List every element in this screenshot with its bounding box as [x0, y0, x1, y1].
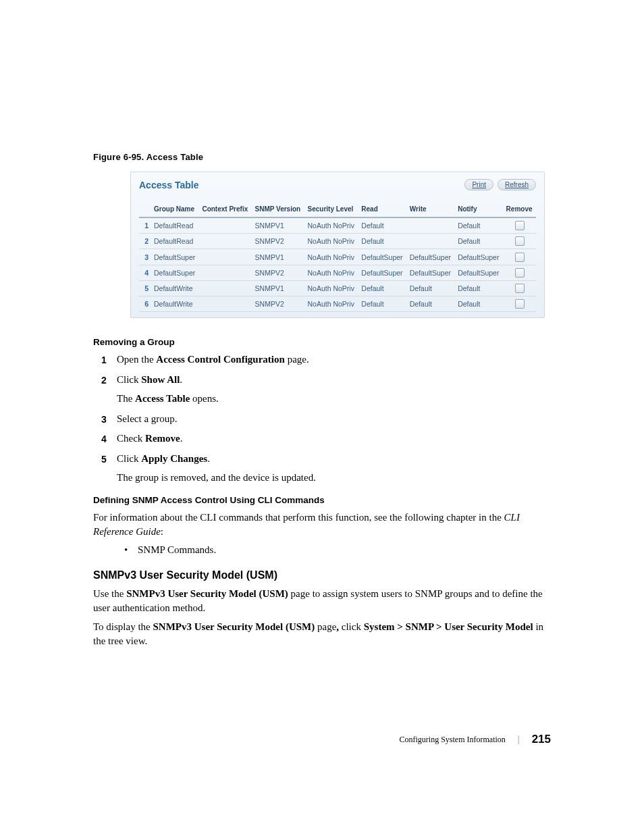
- cell-group: DefaultRead: [151, 217, 199, 234]
- cell-version: SNMPV2: [252, 234, 305, 249]
- row-number: 4: [139, 265, 151, 280]
- col-read: Read: [358, 203, 406, 217]
- cell-group: DefaultSuper: [151, 249, 199, 265]
- cli-heading: Defining SNMP Access Control Using CLI C…: [93, 495, 551, 505]
- footer-chapter: Configuring System Information: [399, 735, 505, 745]
- print-button[interactable]: Print: [464, 179, 493, 190]
- cell-notify: Default: [455, 296, 503, 312]
- cell-notify: Default: [455, 234, 503, 249]
- cell-context: [199, 249, 252, 265]
- cell-version: SNMPV1: [252, 280, 305, 296]
- removing-group-heading: Removing a Group: [93, 337, 551, 347]
- usm-heading: SNMPv3 User Security Model (USM): [93, 569, 551, 581]
- cli-paragraph: For information about the CLI commands t…: [93, 511, 551, 540]
- step-5-sub: The group is removed, and the device is …: [117, 471, 551, 486]
- col-notify: Notify: [455, 203, 503, 217]
- cell-group: DefaultSuper: [151, 265, 199, 280]
- remove-checkbox[interactable]: [515, 268, 525, 278]
- step-5: Click Apply Changes. The group is remove…: [93, 452, 551, 486]
- row-number: 6: [139, 296, 151, 312]
- row-number: 1: [139, 217, 151, 234]
- remove-checkbox[interactable]: [515, 253, 525, 262]
- usm-paragraph-1: Use the SNMPv3 User Security Model (USM)…: [93, 587, 551, 616]
- cell-read: Default: [358, 217, 406, 234]
- col-group-name: Group Name: [151, 203, 199, 217]
- table-row: 2DefaultReadSNMPV2NoAuth NoPrivDefaultDe…: [139, 234, 536, 249]
- step-2-sub: The Access Table opens.: [117, 392, 551, 407]
- col-snmp-version: SNMP Version: [252, 203, 305, 217]
- cell-read: Default: [358, 234, 406, 249]
- cell-version: SNMPV2: [252, 265, 305, 280]
- cell-group: DefaultWrite: [151, 296, 199, 312]
- row-number: 3: [139, 249, 151, 265]
- cell-security: NoAuth NoPriv: [305, 265, 359, 280]
- screenshot-title: Access Table: [139, 180, 198, 190]
- page-number: 215: [532, 733, 551, 746]
- table-row: 6DefaultWriteSNMPV2NoAuth NoPrivDefaultD…: [139, 296, 536, 312]
- cell-read: Default: [358, 280, 406, 296]
- cell-notify: Default: [455, 217, 503, 234]
- cli-bullet-list: SNMP Commands.: [93, 543, 551, 557]
- col-remove: Remove: [504, 203, 536, 217]
- row-number: 5: [139, 280, 151, 296]
- remove-checkbox[interactable]: [515, 221, 525, 230]
- table-row: 4DefaultSuperSNMPV2NoAuth NoPrivDefaultS…: [139, 265, 536, 280]
- col-context-prefix: Context Prefix: [199, 203, 252, 217]
- cell-read: Default: [358, 296, 406, 312]
- cell-write: Default: [407, 296, 455, 312]
- remove-checkbox[interactable]: [515, 236, 525, 246]
- refresh-button[interactable]: Refresh: [498, 179, 536, 190]
- step-1: Open the Access Control Configuration pa…: [93, 353, 551, 367]
- cell-security: NoAuth NoPriv: [305, 296, 359, 312]
- col-security-level: Security Level: [305, 203, 359, 217]
- cell-version: SNMPV2: [252, 296, 305, 312]
- cell-write: Default: [407, 280, 455, 296]
- cell-security: NoAuth NoPriv: [305, 234, 359, 249]
- usm-paragraph-2: To display the SNMPv3 User Security Mode…: [93, 620, 551, 649]
- cell-context: [199, 265, 252, 280]
- cell-notify: DefaultSuper: [455, 265, 503, 280]
- cell-notify: DefaultSuper: [455, 249, 503, 265]
- cell-context: [199, 296, 252, 312]
- table-row: 1DefaultReadSNMPV1NoAuth NoPrivDefaultDe…: [139, 217, 536, 234]
- row-number: 2: [139, 234, 151, 249]
- cell-write: [407, 217, 455, 234]
- cell-security: NoAuth NoPriv: [305, 280, 359, 296]
- cell-group: DefaultWrite: [151, 280, 199, 296]
- cell-version: SNMPV1: [252, 249, 305, 265]
- cell-write: DefaultSuper: [407, 265, 455, 280]
- cli-bullet-item: SNMP Commands.: [93, 543, 551, 557]
- cell-version: SNMPV1: [252, 217, 305, 234]
- access-table: Group Name Context Prefix SNMP Version S…: [139, 203, 536, 312]
- cell-context: [199, 234, 252, 249]
- cell-read: DefaultSuper: [358, 249, 406, 265]
- step-3: Select a group.: [93, 412, 551, 427]
- removing-group-steps: Open the Access Control Configuration pa…: [93, 353, 551, 485]
- cell-group: DefaultRead: [151, 234, 199, 249]
- cell-write: [407, 234, 455, 249]
- cell-read: DefaultSuper: [358, 265, 406, 280]
- cell-notify: Default: [455, 280, 503, 296]
- col-write: Write: [407, 203, 455, 217]
- cell-security: NoAuth NoPriv: [305, 217, 359, 234]
- remove-checkbox[interactable]: [515, 299, 525, 309]
- access-table-screenshot: Access Table Print Refresh Group Name Co…: [130, 172, 545, 318]
- page-footer: Configuring System Information | 215: [399, 733, 551, 746]
- step-2: Click Show All. The Access Table opens.: [93, 373, 551, 407]
- step-4: Check Remove.: [93, 432, 551, 446]
- remove-checkbox[interactable]: [515, 284, 525, 293]
- table-row: 5DefaultWriteSNMPV1NoAuth NoPrivDefaultD…: [139, 280, 536, 296]
- cell-write: DefaultSuper: [407, 249, 455, 265]
- footer-separator: |: [518, 734, 520, 745]
- figure-caption: Figure 6-95. Access Table: [93, 152, 551, 162]
- cell-context: [199, 217, 252, 234]
- table-row: 3DefaultSuperSNMPV1NoAuth NoPrivDefaultS…: [139, 249, 536, 265]
- cell-security: NoAuth NoPriv: [305, 249, 359, 265]
- cell-context: [199, 280, 252, 296]
